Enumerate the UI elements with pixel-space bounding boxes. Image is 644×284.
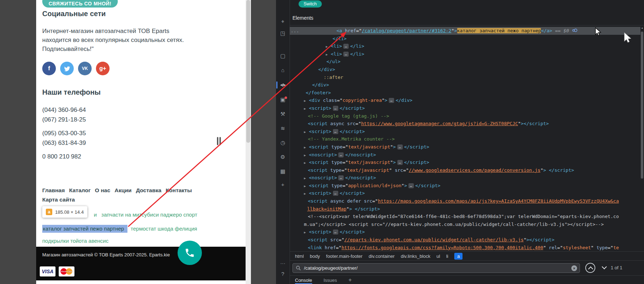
nav-link-home[interactable]: Главная [42, 187, 65, 194]
expand-arrow-icon[interactable]: ▶ [304, 183, 309, 190]
sitemap-link[interactable]: запчасти на митсубиси паджеро спорт [101, 212, 197, 218]
nav-link-about[interactable]: О нас [95, 187, 110, 194]
search-query[interactable]: /catalog/peugeot/partner/ [304, 265, 571, 271]
inline-expand-button[interactable]: … [338, 152, 344, 157]
code-line[interactable]: </footer> [290, 89, 640, 97]
inline-expand-button[interactable]: … [333, 229, 338, 235]
expand-arrow-icon[interactable]: ▶ [304, 229, 309, 237]
inline-expand-button[interactable]: … [397, 145, 403, 150]
find-next-button[interactable] [601, 264, 608, 271]
code-line[interactable]: ▶<noscript>…</noscript> [290, 151, 640, 159]
code-line[interactable]: ::after [290, 74, 640, 81]
code-line[interactable]: llback=initMap"> </script> [290, 205, 640, 213]
breadcrumb-item[interactable]: div.container [369, 254, 395, 259]
home-icon[interactable]: ⌂ [276, 66, 290, 74]
scroll-up-icon[interactable]: ▲ [640, 27, 644, 29]
code-line-selected[interactable]: ...<a href="/catalog/peugeot/partner/#31… [290, 27, 640, 35]
element-picker-icon[interactable]: ▣ [276, 96, 290, 104]
code-line[interactable]: </li> [290, 35, 640, 43]
page-scrollbar-thumb[interactable] [246, 0, 250, 143]
help-icon[interactable]: ? [276, 270, 290, 278]
code-line[interactable]: ▶<noscript>…</noscript> [290, 174, 640, 182]
inspect-icon[interactable]: ⌖ [276, 18, 290, 25]
code-line[interactable]: ▶<script type="text/javascript">…</scrip… [290, 158, 640, 166]
code-line[interactable]: ▶<li>…</li> [290, 42, 640, 50]
inline-expand-button[interactable]: … [389, 98, 394, 103]
code-line[interactable]: m.ua";</script> <script src="//eparts-ki… [290, 221, 640, 228]
code-token-link[interactable]: https://www.googletagmanager.com/gtag/js… [361, 121, 518, 126]
expand-arrow-icon[interactable]: ▶ [304, 105, 309, 113]
contact-button[interactable]: СВЯЖИТЕСЬ СО МНОЙ! [42, 0, 118, 8]
inline-expand-button[interactable]: … [343, 52, 349, 57]
nav-link-catalog[interactable]: Каталог [69, 187, 91, 194]
expand-arrow-icon[interactable]: ▶ [304, 159, 309, 167]
sitemap-link-inspected[interactable]: каталог запчастей пежо партнер [42, 225, 127, 233]
code-line[interactable]: <script async defer src="https://maps.go… [290, 197, 640, 205]
code-line[interactable]: <script type="text/javascript" src="//ww… [290, 166, 640, 174]
code-line[interactable]: </div> [290, 81, 640, 89]
code-token-link[interactable]: https://maps.googleapis.com/maps/api/js?… [378, 198, 619, 204]
sitemap-link[interactable]: подкрылки тойота авенсис [42, 238, 108, 244]
code-line[interactable]: </div> [290, 66, 640, 74]
sitemap-link-fragment[interactable]: и [94, 212, 97, 218]
facebook-icon[interactable]: f [42, 62, 56, 75]
code-line[interactable]: <!-- Google tag (gtag.js) --> [290, 112, 640, 120]
breadcrumb-item[interactable]: body [310, 254, 320, 259]
inline-expand-button[interactable]: … [343, 44, 349, 49]
storage-icon[interactable]: ▦ [276, 167, 290, 175]
performance-icon[interactable]: ◷ [276, 139, 290, 147]
resize-handle-icon[interactable] [217, 137, 221, 145]
inline-expand-button[interactable]: … [408, 183, 414, 188]
tab-elements[interactable]: Elements [292, 15, 313, 21]
code-line[interactable]: ▶<script>…</script> [290, 104, 640, 112]
breadcrumb-item[interactable]: ul [436, 254, 440, 259]
page-scrollbar[interactable] [246, 0, 251, 284]
code-line[interactable]: <!--<script>var telerWdWidgetId="87ce614… [290, 213, 640, 221]
nav-link-contacts[interactable]: Контакты [166, 187, 192, 194]
find-previous-button[interactable] [585, 263, 595, 273]
code-token-link[interactable]: //eparts-kiev.phonet.com.ua/public/widge… [344, 237, 524, 242]
expand-arrow-icon[interactable]: ▶ [326, 51, 331, 59]
inline-expand-button[interactable]: … [333, 129, 338, 134]
add-drawer-tab-button[interactable]: + [348, 277, 352, 283]
network-icon[interactable]: ≋ [276, 124, 290, 132]
settings-gear-icon[interactable]: ⚙ [276, 153, 290, 161]
call-button[interactable] [178, 241, 202, 265]
clear-search-icon[interactable]: × [571, 265, 577, 271]
code-line[interactable]: ▶<script>…</script> [290, 128, 640, 136]
tools-icon[interactable]: ⚒ [276, 110, 290, 118]
add-panel-icon[interactable]: + [276, 181, 290, 189]
twitter-icon[interactable] [60, 62, 74, 75]
breadcrumb-item[interactable]: li [446, 254, 448, 259]
breadcrumb-item[interactable]: div.links_block [401, 254, 430, 259]
code-token-link[interactable]: https://fonts.googleapis.com/css?family=… [342, 245, 543, 250]
inline-expand-button[interactable]: … [397, 160, 403, 165]
code-line[interactable]: <script src="//eparts-kiev.phonet.com.ua… [290, 236, 640, 244]
inline-expand-button[interactable]: … [338, 175, 344, 180]
expand-arrow-icon[interactable]: ▶ [326, 43, 331, 51]
code-token-link[interactable]: llback=initMap [307, 206, 347, 212]
tab-issues[interactable]: Issues [324, 276, 337, 284]
code-token-link[interactable]: //www.googleadservices.com/pagead/conver… [409, 167, 541, 173]
code-line[interactable]: <!-- Yandex.Metrika counter --> [290, 135, 640, 143]
code-line[interactable]: ▶<script type="text/javascript">…</scrip… [290, 143, 640, 151]
expand-arrow-icon[interactable]: ▶ [304, 144, 309, 152]
vk-icon[interactable]: VK [78, 62, 92, 75]
switch-button[interactable]: Switch [299, 0, 322, 8]
expand-arrow-icon[interactable]: ▶ [304, 97, 309, 105]
search-input[interactable]: /catalog/peugeot/partner/ × [292, 263, 580, 273]
code-line[interactable]: ▶<script type="application/ld+json">…</s… [290, 182, 640, 190]
code-line[interactable]: ▶<script>…</script> [290, 228, 640, 236]
nav-link-promos[interactable]: Акции [115, 187, 132, 194]
device-emulation-icon[interactable]: ◳ [276, 29, 290, 37]
google-plus-icon[interactable]: g+ [96, 62, 110, 75]
code-line[interactable]: <script async src="https://www.googletag… [290, 120, 640, 128]
code-line[interactable]: ▶<script>…</script> [290, 189, 640, 197]
inline-expand-button[interactable]: … [333, 191, 338, 196]
elements-panel-icon[interactable]: </> [276, 81, 290, 89]
sitemap-link[interactable]: термостат шкода фелиция [131, 225, 197, 233]
welcome-icon[interactable]: ▢ [276, 52, 290, 60]
code-token-link2[interactable]: /catalog/peugeot/partner/#3162-2 [362, 28, 451, 33]
expand-arrow-icon[interactable]: ▶ [304, 175, 309, 183]
breadcrumb-item-active[interactable]: a [454, 253, 463, 260]
